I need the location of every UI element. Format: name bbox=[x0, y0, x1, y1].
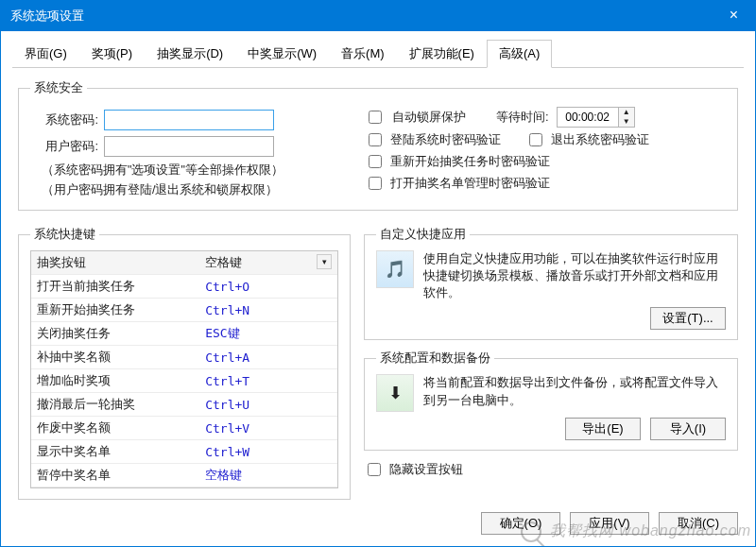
hotkey-action: 打开当前抽奖任务 bbox=[31, 275, 199, 299]
table-row[interactable]: 打开当前抽奖任务Ctrl+O bbox=[31, 275, 337, 299]
shortcut-app-legend: 自定义快捷应用 bbox=[376, 226, 470, 243]
hotkey-list[interactable]: 抽奖按钮 空格键 ▾ 打开当前抽奖任务Ctrl+O重新开始抽奖任务Ctrl+N关… bbox=[30, 250, 338, 488]
open-verify-checkbox[interactable] bbox=[369, 177, 382, 190]
userpw-label: 用户密码: bbox=[30, 138, 98, 155]
cancel-button[interactable]: 取消(C) bbox=[659, 512, 738, 535]
import-button[interactable]: 导入(I) bbox=[650, 418, 726, 440]
shortcut-app-group: 自定义快捷应用 🎵 使用自定义快捷应用功能，可以在抽奖软件运行时应用快捷键切换场… bbox=[364, 226, 738, 340]
hotkey-key: Ctrl+U bbox=[199, 393, 337, 417]
hotkey-action: 显示中奖名单 bbox=[31, 440, 199, 464]
dialog-footer: 确定(O) 应用(V) 取消(C) bbox=[481, 512, 738, 535]
open-verify-label: 打开抽奖名单管理时密码验证 bbox=[390, 175, 550, 192]
login-verify-label: 登陆系统时密码验证 bbox=[390, 131, 501, 148]
hotkey-header-key: 空格键 bbox=[205, 255, 242, 269]
table-row[interactable]: 关闭抽奖任务ESC键 bbox=[31, 322, 337, 346]
table-row[interactable]: 增加临时奖项Ctrl+T bbox=[31, 369, 337, 393]
export-button[interactable]: 导出(E) bbox=[565, 418, 641, 440]
hotkey-key: Ctrl+N bbox=[199, 299, 337, 322]
security-group: 系统安全 系统密码: 用户密码: （系统密码拥有"选项设置"等全部操作权限） （… bbox=[18, 79, 738, 211]
table-row[interactable]: 显示中奖名单Ctrl+W bbox=[31, 440, 337, 464]
syspw-label: 系统密码: bbox=[30, 111, 98, 128]
backup-desc: 将当前配置和数据导出到文件备份，或将配置文件导入到另一台电脑中。 bbox=[423, 374, 726, 408]
table-row[interactable]: 作废中奖名额Ctrl+V bbox=[31, 417, 337, 440]
download-icon: ⬇ bbox=[376, 374, 414, 412]
wait-time-input[interactable] bbox=[558, 108, 618, 127]
hotkey-header-action: 抽奖按钮 bbox=[31, 251, 199, 275]
restart-verify-label: 重新开始抽奖任务时密码验证 bbox=[390, 153, 550, 170]
tab-interface[interactable]: 界面(G) bbox=[12, 40, 79, 68]
wait-label: 等待时间: bbox=[496, 109, 549, 126]
hotkeys-group: 系统快捷键 抽奖按钮 空格键 ▾ 打开当前抽奖任务Ctrl+O重新开始抽奖任务C… bbox=[18, 226, 351, 500]
hotkey-action: 作废中奖名额 bbox=[31, 417, 199, 440]
tab-prize[interactable]: 奖项(P) bbox=[79, 40, 145, 68]
folder-music-icon: 🎵 bbox=[376, 250, 414, 288]
security-legend: 系统安全 bbox=[30, 79, 87, 96]
hotkey-key: Ctrl+A bbox=[199, 346, 337, 369]
table-row[interactable]: 暂停中奖名单空格键 bbox=[31, 464, 337, 487]
login-verify-checkbox[interactable] bbox=[369, 133, 382, 146]
userpw-note: （用户密码拥有登陆/退出系统和锁屏权限） bbox=[42, 182, 352, 198]
window-title: 系统选项设置 bbox=[10, 8, 84, 25]
restart-verify-checkbox[interactable] bbox=[369, 155, 382, 168]
hotkey-action: 撤消最后一轮抽奖 bbox=[31, 393, 199, 417]
hotkey-key: Ctrl+W bbox=[199, 440, 337, 464]
apply-button[interactable]: 应用(V) bbox=[570, 512, 649, 535]
tab-music[interactable]: 音乐(M) bbox=[329, 40, 397, 68]
hotkey-action: 关闭中奖名单 bbox=[31, 487, 199, 489]
hotkeys-legend: 系统快捷键 bbox=[30, 226, 99, 243]
hotkey-key: ESC键 bbox=[199, 487, 337, 489]
auto-lock-label: 自动锁屏保护 bbox=[392, 109, 466, 126]
exit-verify-label: 退出系统密码验证 bbox=[551, 131, 649, 148]
titlebar: 系统选项设置 × bbox=[1, 1, 755, 31]
user-password-input[interactable] bbox=[104, 136, 274, 157]
tab-extensions[interactable]: 扩展功能(E) bbox=[397, 40, 487, 68]
hotkey-action: 重新开始抽奖任务 bbox=[31, 299, 199, 322]
hotkey-key: Ctrl+O bbox=[199, 275, 337, 299]
ok-button[interactable]: 确定(O) bbox=[481, 512, 560, 535]
hotkey-action: 补抽中奖名额 bbox=[31, 346, 199, 369]
tabs: 界面(G) 奖项(P) 抽奖显示(D) 中奖显示(W) 音乐(M) 扩展功能(E… bbox=[12, 39, 744, 68]
shortcut-settings-button[interactable]: 设置(T)... bbox=[650, 307, 726, 330]
spin-up-icon[interactable]: ▲ bbox=[619, 108, 634, 117]
auto-lock-checkbox[interactable] bbox=[369, 111, 382, 124]
hide-settings-label: 隐藏设置按钮 bbox=[389, 461, 463, 478]
hotkey-key: 空格键 bbox=[199, 464, 337, 487]
table-row[interactable]: 撤消最后一轮抽奖Ctrl+U bbox=[31, 393, 337, 417]
hotkey-action: 增加临时奖项 bbox=[31, 369, 199, 393]
hotkey-action: 暂停中奖名单 bbox=[31, 464, 199, 487]
hide-settings-checkbox[interactable] bbox=[368, 463, 381, 476]
hotkey-action: 关闭抽奖任务 bbox=[31, 322, 199, 346]
table-row[interactable]: 重新开始抽奖任务Ctrl+N bbox=[31, 299, 337, 322]
table-row[interactable]: 补抽中奖名额Ctrl+A bbox=[31, 346, 337, 369]
backup-legend: 系统配置和数据备份 bbox=[376, 350, 494, 367]
shortcut-app-desc: 使用自定义快捷应用功能，可以在抽奖软件运行时应用快捷键切换场景模板、播放音乐或打… bbox=[423, 250, 726, 301]
spin-down-icon[interactable]: ▼ bbox=[619, 117, 634, 127]
hotkey-key: Ctrl+T bbox=[199, 369, 337, 393]
tab-advanced[interactable]: 高级(A) bbox=[487, 40, 552, 68]
table-row[interactable]: 关闭中奖名单ESC键 bbox=[31, 487, 337, 489]
close-icon[interactable]: × bbox=[713, 1, 755, 31]
hotkey-header-row: 抽奖按钮 空格键 ▾ bbox=[31, 251, 337, 275]
chevron-down-icon[interactable]: ▾ bbox=[317, 254, 332, 269]
exit-verify-checkbox[interactable] bbox=[529, 133, 542, 146]
hotkey-key: ESC键 bbox=[199, 322, 337, 346]
hotkey-key: Ctrl+V bbox=[199, 417, 337, 440]
tab-draw-display[interactable]: 抽奖显示(D) bbox=[145, 40, 235, 68]
system-password-input[interactable] bbox=[104, 110, 274, 130]
backup-group: 系统配置和数据备份 ⬇ 将当前配置和数据导出到文件备份，或将配置文件导入到另一台… bbox=[364, 350, 738, 451]
tab-win-display[interactable]: 中奖显示(W) bbox=[235, 40, 329, 68]
wait-time-spinner: ▲ ▼ bbox=[557, 107, 635, 128]
syspw-note: （系统密码拥有"选项设置"等全部操作权限） bbox=[42, 162, 352, 179]
